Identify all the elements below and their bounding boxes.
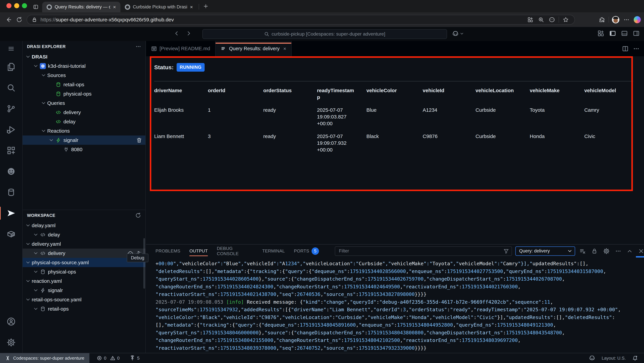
split-screen-icon[interactable] — [526, 16, 534, 23]
tree-item-physical-ops[interactable]: physical-ops — [22, 267, 146, 276]
browser-settings-icon[interactable] — [623, 16, 630, 23]
maximize-panel-icon[interactable] — [627, 248, 632, 254]
toggle-sidebar-icon[interactable] — [609, 30, 616, 37]
tree-item-drasi[interactable]: DRASI — [22, 52, 146, 61]
tree-item-delay[interactable]: delay — [22, 117, 146, 126]
tree-item-physical-ops[interactable]: physical-ops — [22, 89, 146, 98]
trash-icon[interactable] — [136, 137, 142, 143]
output-filter-input[interactable]: Filter — [335, 246, 512, 256]
activity-bar-item-explorer[interactable] — [0, 56, 22, 77]
activity-bar-item-menu[interactable] — [0, 41, 22, 56]
favorites-star-icon[interactable] — [562, 16, 570, 23]
browser-back-button[interactable] — [5, 16, 12, 23]
activity-bar-item-github[interactable] — [0, 161, 22, 182]
close-tab-icon[interactable]: × — [190, 4, 193, 10]
copilot-icon[interactable] — [634, 16, 641, 23]
tree-item-8080[interactable]: 8080 — [22, 145, 146, 154]
filter-funnel-icon[interactable] — [504, 248, 509, 254]
tree-item-sources[interactable]: Sources — [22, 71, 146, 80]
nav-back-icon[interactable] — [174, 30, 180, 36]
status-badge: RUNNING — [176, 63, 204, 72]
panel-tab-output[interactable]: OUTPUT — [190, 245, 208, 258]
panel-tab-problems[interactable]: PROBLEMS — [156, 245, 180, 258]
reading-mode-icon[interactable] — [548, 16, 556, 23]
explorer-section-header[interactable]: DRASI EXPLORER — [22, 41, 146, 52]
close-tab-icon[interactable]: × — [113, 4, 116, 10]
notifications-bell-icon[interactable] — [632, 355, 638, 361]
output-log[interactable]: +00:00","vehicleColor":"Blue","vehicleId… — [146, 258, 644, 352]
browser-tab[interactable]: Query Results: delivery — curbs× — [42, 2, 120, 12]
ports-indicator[interactable]: 5 — [130, 356, 140, 361]
code-green-icon — [56, 110, 61, 115]
browser-refresh-button[interactable] — [16, 16, 23, 23]
activity-bar-item-remote-explorer[interactable] — [0, 224, 22, 245]
layout-indicator[interactable]: Layout: U.S. — [602, 356, 626, 361]
window-controls[interactable] — [6, 3, 27, 8]
editor-tab[interactable]: Query Results: delivery× — [216, 41, 292, 56]
output-channel-dropdown[interactable]: Query: delivery — [515, 246, 575, 256]
panel-more-icon[interactable] — [615, 248, 621, 254]
statusbar-copilot-icon[interactable] — [589, 355, 595, 361]
activity-bar-item-extensions[interactable] — [0, 140, 22, 161]
close-window-button[interactable] — [6, 3, 12, 8]
minimize-window-button[interactable] — [14, 3, 19, 8]
browser-tab[interactable]: Curbside Pickup with Drasi× — [120, 2, 197, 12]
tab-panel-icon[interactable] — [32, 3, 40, 10]
activity-bar-item-run-and-debug[interactable] — [0, 119, 22, 140]
panel-tab-debug-console[interactable]: DEBUG CONSOLE — [217, 245, 253, 258]
toggle-panel-icon[interactable] — [621, 30, 628, 37]
command-center[interactable]: curbside-pickup [Codespaces: super-duper… — [202, 29, 447, 39]
tree-item-reaction-yaml[interactable]: reaction.yaml — [22, 276, 146, 286]
activity-bar-item-drasi[interactable] — [0, 203, 22, 224]
activity-bar-item-accounts[interactable] — [0, 311, 22, 332]
panel-scrollbar[interactable] — [636, 256, 644, 258]
problems-indicator[interactable]: 0 0 — [97, 356, 120, 361]
remote-indicator[interactable]: Codespaces: super-duper adventure — [0, 353, 90, 363]
tree-item-signalr[interactable]: signalr — [22, 135, 146, 145]
tree-item-queries[interactable]: Queries — [22, 98, 146, 108]
close-icon[interactable]: × — [283, 46, 286, 51]
activity-bar-item-source-control[interactable] — [0, 98, 22, 119]
tree-item-reactions[interactable]: Reactions — [22, 126, 146, 135]
code-gray-icon — [40, 251, 46, 256]
new-tab-button[interactable] — [202, 2, 210, 10]
close-panel-icon[interactable] — [638, 248, 644, 254]
nav-forward-icon[interactable] — [186, 30, 192, 36]
activity-bar-item-database[interactable] — [0, 182, 22, 203]
toggle-secondary-sidebar-icon[interactable] — [633, 30, 640, 37]
extensions-puzzle-icon[interactable] — [598, 16, 606, 23]
editor-tab[interactable]: [Preview] README.md — [146, 41, 216, 56]
chevron-down-icon[interactable] — [460, 32, 464, 36]
editor-more-actions-icon[interactable] — [633, 46, 639, 52]
refresh-icon[interactable] — [135, 213, 141, 218]
tree-item-delivery-yaml[interactable]: delivery.yaml — [22, 239, 146, 249]
split-editor-icon[interactable] — [622, 45, 628, 52]
zoom-page-icon[interactable] — [538, 16, 545, 23]
table-row[interactable]: Elijah Brooks1ready2025-07-07 19:09:03.8… — [154, 101, 634, 127]
titlebar-copilot-icon[interactable] — [452, 30, 459, 37]
lock-scroll-icon[interactable] — [591, 248, 598, 254]
zoom-window-button[interactable] — [22, 3, 27, 8]
profile-avatar[interactable] — [612, 16, 619, 23]
panel-tab-ports[interactable]: PORTS5 — [294, 245, 319, 258]
tree-item-signalr[interactable]: signalr — [22, 286, 146, 295]
activity-bar-item-settings[interactable] — [0, 332, 22, 353]
sidebar-scrollbar[interactable] — [143, 238, 145, 289]
workspace-section-header[interactable]: WORKSPACE — [22, 210, 146, 221]
tree-item-delay-yaml[interactable]: delay.yaml — [22, 221, 146, 230]
tree-item-retail-ops[interactable]: retail-ops — [22, 80, 146, 89]
column-header-vehicleLocation: vehicleLocation — [476, 81, 530, 101]
clear-output-icon[interactable] — [580, 248, 586, 254]
panel-tab-terminal[interactable]: TERMINAL — [262, 245, 285, 258]
tree-item-retail-ops[interactable]: retail-ops — [22, 304, 146, 314]
address-bar[interactable]: https://super-duper-adventure-x56qxpqv66… — [27, 15, 575, 24]
tree-item-delivery[interactable]: delivery — [22, 108, 146, 117]
tree-item-retail-ops-source-yaml[interactable]: retail-ops-source.yaml — [22, 295, 146, 304]
activity-bar-item-search[interactable] — [0, 77, 22, 98]
customize-layout-icon[interactable] — [598, 30, 604, 37]
table-row[interactable]: Liam Bennett3ready2025-07-07 19:09:07.93… — [154, 127, 634, 153]
tree-item-delay[interactable]: delay — [22, 230, 146, 239]
more-actions-icon[interactable] — [136, 44, 141, 49]
tree-item-k3d-drasi-tutorial[interactable]: k3d-drasi-tutorial — [22, 61, 146, 71]
output-settings-gear-icon[interactable] — [603, 248, 610, 254]
